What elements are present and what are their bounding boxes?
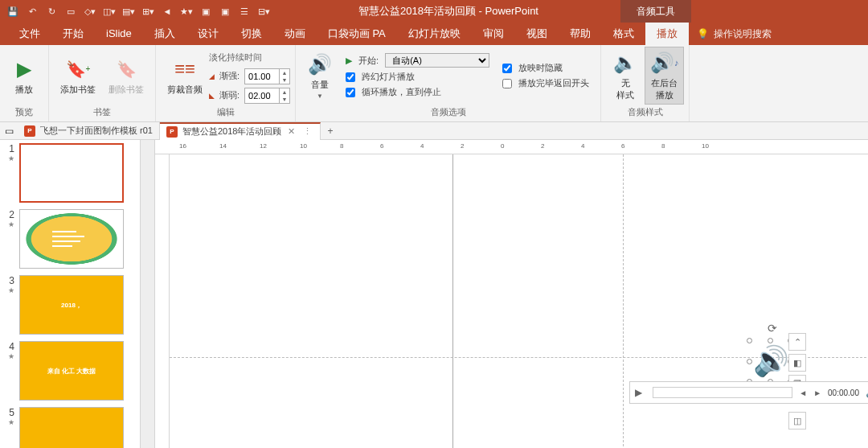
outline-strip xyxy=(141,140,155,448)
slide-thumb-1[interactable] xyxy=(19,143,124,203)
qat-icon-3[interactable]: ◫▾ xyxy=(103,5,116,18)
menu-review[interactable]: 审阅 xyxy=(472,23,515,45)
qat-icon-8[interactable]: ▣ xyxy=(199,5,212,18)
up-icon[interactable]: ▲ xyxy=(280,88,289,96)
menu-pocket[interactable]: 口袋动画 PA xyxy=(317,23,397,45)
start-icon: ▶ xyxy=(346,55,352,66)
loop-checkbox[interactable] xyxy=(346,88,355,97)
selection-handle[interactable] xyxy=(747,359,752,364)
powerpoint-icon: P xyxy=(24,125,35,137)
menu-home[interactable]: 开始 xyxy=(51,23,95,45)
menu-format[interactable]: 格式 xyxy=(602,23,645,45)
up-icon[interactable]: ▲ xyxy=(280,69,289,76)
powerpoint-icon: P xyxy=(166,126,178,138)
animation-indicator-icon: ★ xyxy=(5,286,14,294)
skip-fwd-icon[interactable]: ► xyxy=(813,388,821,397)
play-button-icon[interactable]: ▶ xyxy=(635,387,646,398)
add-bookmark-icon: 🔖+ xyxy=(65,56,91,82)
bulb-icon: 💡 xyxy=(697,28,709,39)
slide-thumb-5[interactable] xyxy=(19,407,124,448)
window-title: 智慧公益2018年活动回顾 - PowerPoint xyxy=(276,4,620,18)
guide-vertical[interactable] xyxy=(623,154,624,448)
start-select[interactable]: 自动(A) xyxy=(385,53,489,68)
slide-thumbnail-panel[interactable]: 1★ 2★ 3★ 2018， 4★ 来自 化工 大数据 5★ xyxy=(0,140,141,448)
fade-out-label: 渐弱: xyxy=(219,89,240,101)
menu-islide[interactable]: iSlide xyxy=(95,23,143,45)
add-bookmark-button[interactable]: 🔖+ 添加书签 xyxy=(54,53,102,99)
qat-icon-11[interactable]: ⊟▾ xyxy=(257,5,270,18)
audio-playback-bar[interactable]: ▶ ◄ ► 00:00.00 🔊 xyxy=(629,381,868,404)
group-audio-options-label: 音频选项 xyxy=(301,105,596,120)
fade-out-input[interactable] xyxy=(245,91,279,101)
slide-thumb-4[interactable]: 来自 化工 大数据 xyxy=(19,341,124,401)
slide-edge xyxy=(452,154,453,448)
menu-animation[interactable]: 动画 xyxy=(273,23,317,45)
tab-menu-icon[interactable]: ⋮ xyxy=(301,126,313,137)
rewind-checkbox[interactable] xyxy=(502,79,512,88)
hide-checkbox[interactable] xyxy=(502,64,512,73)
slide-canvas[interactable]: 16 14 12 10 8 6 4 2 0 2 4 6 8 10 ⟳ xyxy=(155,140,868,448)
undo-icon[interactable]: ↶ xyxy=(26,5,39,18)
trim-audio-button[interactable]: ≡≡ 剪裁音频 xyxy=(161,53,209,99)
close-icon[interactable]: ✕ xyxy=(286,126,297,137)
qat-icon-4[interactable]: ▤▾ xyxy=(122,5,135,18)
doc-tab-2-label: 智慧公益2018年活动回顾 xyxy=(182,125,281,138)
slide-number: 2 xyxy=(5,209,14,220)
redo-icon[interactable]: ↻ xyxy=(45,5,58,18)
add-tab-button[interactable]: + xyxy=(321,125,339,137)
qat-icon-7[interactable]: ★▾ xyxy=(180,5,193,18)
skip-back-icon[interactable]: ◄ xyxy=(799,388,807,397)
qat-icon-5[interactable]: ⊞▾ xyxy=(141,5,154,18)
fade-in-input[interactable] xyxy=(245,72,279,81)
tell-me-search[interactable]: 💡 操作说明搜索 xyxy=(689,27,780,41)
more-options-button[interactable]: ◫ xyxy=(788,412,806,430)
slide-thumb-2[interactable] xyxy=(19,209,124,269)
qat-icon-2[interactable]: ◇▾ xyxy=(84,5,96,18)
slide-number: 4 xyxy=(5,341,14,352)
menu-help[interactable]: 帮助 xyxy=(559,23,602,45)
no-style-button[interactable]: 🔈 无 样式 xyxy=(606,47,645,105)
menu-playback[interactable]: 播放 xyxy=(645,23,689,45)
qat-icon-6[interactable]: ◄ xyxy=(161,5,174,18)
audio-object[interactable]: ⟳ 🔊 xyxy=(750,341,790,381)
menu-insert[interactable]: 插入 xyxy=(143,23,186,45)
progress-track[interactable] xyxy=(653,387,792,398)
fade-out-spinner[interactable]: ▲▼ xyxy=(244,88,290,104)
slide-thumb-3[interactable]: 2018， xyxy=(19,275,124,335)
chevron-down-icon: ▼ xyxy=(317,92,323,100)
animation-indicator-icon: ★ xyxy=(5,154,14,162)
menu-design[interactable]: 设计 xyxy=(186,23,230,45)
format-options-button[interactable]: ◧ xyxy=(788,354,806,372)
fade-in-spinner[interactable]: ▲▼ xyxy=(244,68,290,84)
doc-tab-1-label: 飞想一下封面图制作模板 r01 xyxy=(40,125,153,137)
doc-tab-1[interactable]: P 飞想一下封面图制作模板 r01 xyxy=(18,122,160,140)
qat-icon-1[interactable]: ▭ xyxy=(64,5,77,18)
menu-view[interactable]: 视图 xyxy=(515,23,559,45)
tab-list-icon[interactable]: ▭ xyxy=(0,125,18,137)
selection-handle[interactable] xyxy=(747,338,752,343)
menu-slideshow[interactable]: 幻灯片放映 xyxy=(397,23,472,45)
play-preview-button[interactable]: ▶ 播放 xyxy=(5,53,43,99)
menu-transition[interactable]: 切换 xyxy=(230,23,273,45)
down-icon[interactable]: ▼ xyxy=(280,96,289,103)
down-icon[interactable]: ▼ xyxy=(280,76,289,84)
doc-tab-2[interactable]: P 智慧公益2018年活动回顾 ✕ ⋮ xyxy=(160,122,321,140)
speaker-icon: 🔊 xyxy=(753,344,787,378)
remove-bookmark-button: 🔖 删除书签 xyxy=(102,53,150,99)
qat-icon-10[interactable]: ☰ xyxy=(238,5,251,18)
volume-button[interactable]: 🔊 音量 ▼ xyxy=(301,48,339,103)
bg-play-icon: 🔊♪ xyxy=(652,50,678,76)
layout-options-button[interactable]: ⌃ xyxy=(788,333,806,351)
animation-indicator-icon: ★ xyxy=(5,418,14,426)
volume-icon: 🔊 xyxy=(307,51,333,77)
rotate-handle-icon[interactable]: ⟳ xyxy=(768,322,777,335)
menu-file[interactable]: 文件 xyxy=(8,23,51,45)
contextual-tab-audio[interactable]: 音频工具 xyxy=(620,0,691,23)
selection-handle[interactable] xyxy=(768,338,773,343)
qat-icon-9[interactable]: ▣ xyxy=(219,5,231,18)
tell-me-label: 操作说明搜索 xyxy=(714,27,772,41)
across-slides-checkbox[interactable] xyxy=(346,72,355,82)
background-play-button[interactable]: 🔊♪ 在后台 播放 xyxy=(645,47,684,105)
save-icon[interactable]: 💾 xyxy=(6,5,19,18)
fade-in-label: 渐强: xyxy=(219,70,240,82)
